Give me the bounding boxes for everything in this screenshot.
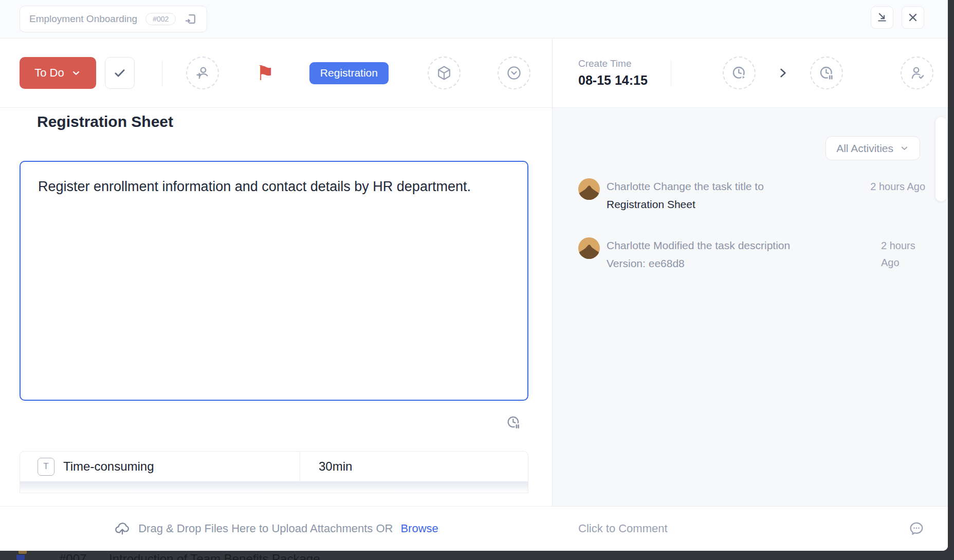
- task-detail-modal: Employment Onboarding #002: [0, 0, 948, 551]
- priority-flag-icon[interactable]: ⚑: [256, 63, 274, 83]
- screen: #007 Introduction of Team Benefits Packa…: [0, 0, 954, 560]
- tag-registration[interactable]: Registration: [309, 62, 389, 84]
- dropzone-text: Drag & Drop Files Here to Upload Attachm…: [138, 522, 393, 535]
- chevron-down-icon: [71, 68, 81, 78]
- field-value: 30min: [319, 459, 352, 474]
- status-label: To Do: [34, 66, 64, 80]
- start-time-button[interactable]: [723, 57, 756, 89]
- underlay-task-id: #007: [59, 552, 86, 560]
- comment-placeholder: Click to Comment: [578, 522, 668, 535]
- circled-v-icon: [505, 64, 523, 82]
- avatar: [578, 237, 600, 259]
- create-time-label: Create Time: [578, 58, 645, 69]
- activity-text: Charlotte Modified the task description …: [607, 236, 792, 272]
- modal-body: To Do: [0, 39, 948, 551]
- tag-label: Registration: [320, 67, 378, 79]
- reviewer-button[interactable]: [901, 57, 933, 89]
- task-content: Registration Sheet Register enrollment i…: [0, 108, 552, 506]
- module-button[interactable]: [428, 57, 461, 89]
- minimize-button[interactable]: [871, 6, 893, 29]
- activity-feed: All Activities Char: [553, 108, 948, 506]
- chevron-down-icon: [900, 143, 909, 153]
- activity-item: Charlotte Modified the task description …: [578, 236, 927, 272]
- text-field-type-icon: T: [38, 458, 54, 476]
- comment-input-bar[interactable]: Click to Comment: [553, 506, 948, 551]
- activity-filter-label: All Activities: [836, 142, 893, 155]
- underlay-color-chip-blue: [16, 555, 25, 560]
- task-id-badge: #002: [145, 13, 176, 25]
- assignee-button[interactable]: [186, 57, 219, 89]
- activity-text: Charlotte Change the task title to Regis…: [607, 177, 822, 213]
- field-row-partial: [20, 482, 528, 493]
- close-button[interactable]: [902, 6, 924, 29]
- status-dropdown-button[interactable]: To Do: [20, 57, 96, 89]
- custom-fields-table: T Time-consuming 30min: [20, 451, 528, 493]
- comment-bubble-icon[interactable]: [908, 520, 925, 537]
- attachment-dropzone[interactable]: Drag & Drop Files Here to Upload Attachm…: [0, 506, 553, 551]
- field-label: Time-consuming: [63, 459, 154, 474]
- version-button[interactable]: [498, 57, 530, 89]
- field-label-cell[interactable]: T Time-consuming: [20, 452, 300, 481]
- description-textarea[interactable]: Register enrollment information and cont…: [20, 161, 528, 401]
- create-time-value: 08-15 14:15: [578, 73, 645, 88]
- meta-header: Create Time 08-15 14:15: [553, 39, 948, 108]
- activity-text-dark: Registration Sheet: [607, 198, 695, 210]
- description-history-clock-icon[interactable]: [505, 414, 522, 431]
- field-value-cell[interactable]: 30min: [300, 452, 528, 481]
- person-check-icon: [908, 64, 926, 82]
- activity-column: Create Time 08-15 14:15: [553, 39, 948, 551]
- task-name-box[interactable]: Employment Onboarding #002: [20, 6, 207, 32]
- activity-scrollbar-thumb[interactable]: [935, 117, 947, 201]
- check-icon: [112, 65, 127, 81]
- clock-pause-icon: [818, 64, 835, 82]
- assign-person-icon: [194, 64, 211, 82]
- activity-timestamp: 2 hours Ago: [881, 237, 925, 271]
- task-name-label: Employment Onboarding: [29, 13, 137, 25]
- end-time-button[interactable]: [810, 57, 843, 89]
- activity-item: Charlotte Change the task title to Regis…: [578, 177, 927, 213]
- task-toolbar: To Do: [0, 39, 552, 108]
- field-row-time-consuming: T Time-consuming 30min: [20, 452, 528, 482]
- avatar: [578, 178, 600, 200]
- cloud-upload-icon: [114, 520, 131, 537]
- cube-icon: [435, 64, 453, 82]
- create-time-block: Create Time 08-15 14:15: [578, 58, 645, 88]
- complete-task-button[interactable]: [105, 57, 135, 89]
- chevron-right-icon: [776, 66, 790, 80]
- clock-start-icon: [730, 64, 748, 82]
- toolbar-divider: [162, 60, 162, 86]
- activity-timestamp: 2 hours Ago: [870, 178, 925, 195]
- underlay-task-title: Introduction of Team Benefits Package: [109, 552, 320, 560]
- jump-to-task-icon[interactable]: [184, 12, 197, 26]
- titlebar: Employment Onboarding #002: [0, 0, 948, 39]
- task-main-column: To Do: [0, 39, 553, 551]
- activity-filter-button[interactable]: All Activities: [825, 136, 920, 160]
- activity-text-gray: Charlotte Change the task title to: [607, 180, 764, 192]
- activity-text-gray: Charlotte Modified the task description …: [607, 239, 790, 269]
- browse-link[interactable]: Browse: [400, 522, 438, 535]
- meta-divider: [671, 60, 671, 86]
- task-title[interactable]: Registration Sheet: [37, 113, 173, 130]
